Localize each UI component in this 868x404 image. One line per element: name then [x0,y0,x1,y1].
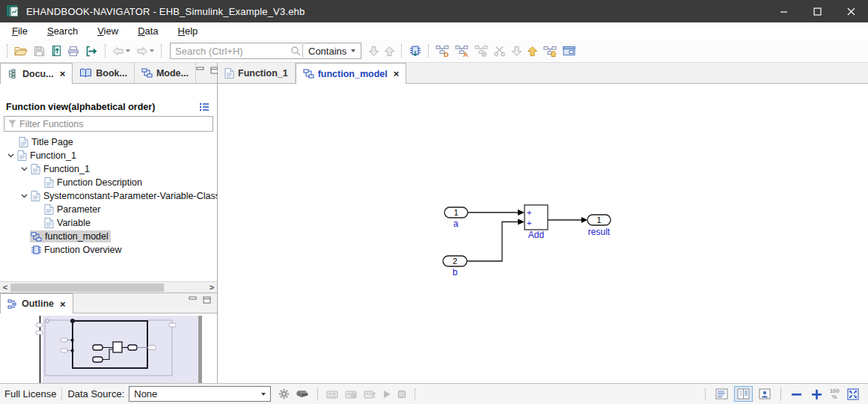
tab-documentation[interactable]: Docu... × [0,63,73,84]
svg-text:+: + [527,218,531,227]
stop-measurement-icon[interactable] [394,389,409,400]
license-status: Full License [4,388,56,400]
step-into-icon[interactable] [510,44,524,58]
tab-function-1[interactable]: Function_1 [218,63,296,83]
menu-search[interactable]: Search [42,24,83,38]
menu-view[interactable]: View [92,24,123,38]
menu-help[interactable]: Help [173,24,204,38]
split-view-icon[interactable] [734,386,753,402]
tab-function-model[interactable]: function_model × [296,63,407,84]
horizontal-scrollbar[interactable]: < > [0,281,217,293]
tree-item-function-description[interactable]: Function Description [0,176,217,189]
scroll-right-icon[interactable]: > [207,283,217,292]
tree-item-function-1-sub[interactable]: Function_1 [0,162,217,176]
previous-result-icon[interactable] [382,44,397,58]
window-title: EHANDBOOK-NAVIGATOR - EHB_Simulink_Examp… [26,6,305,17]
function-tree: Title Page Function_1 Function_1 Functio… [0,133,217,281]
chevron-down-icon[interactable] [18,194,30,198]
close-icon[interactable]: × [60,299,66,310]
handbook-icon[interactable] [49,43,64,58]
text-view-icon[interactable] [712,386,731,402]
close-icon[interactable]: × [394,68,400,79]
zoom-out-icon[interactable] [788,387,805,402]
zoom-reset-icon[interactable]: 100 % [827,388,843,400]
fit-to-screen-icon[interactable] [844,386,862,403]
svg-text:a: a [453,218,459,229]
search-input[interactable] [171,46,290,57]
back-history-caret[interactable] [126,49,130,52]
data-source-dropdown[interactable]: None [129,386,271,402]
cut-model-icon[interactable] [492,44,508,58]
toolbar-handle [7,44,7,58]
filter-box [4,116,213,132]
export-handbook-icon[interactable] [83,44,100,58]
add-block[interactable]: + + Add [525,205,548,240]
search-box: Contains [170,43,361,59]
menu-data[interactable]: Data [132,24,163,38]
back-icon[interactable] [110,45,132,58]
chevron-down-icon[interactable] [18,167,30,171]
start-measurement-icon[interactable] [379,389,394,400]
disconnect-device-icon[interactable] [342,388,361,400]
tree-item-function-model[interactable]: function_model [0,230,217,243]
outline-minimap[interactable] [0,313,217,383]
tab-bookmarks[interactable]: Book... [73,63,135,83]
open-file-icon[interactable] [12,44,30,58]
contact-view-icon[interactable] [756,386,774,402]
tab-outline[interactable]: Outline × [0,293,73,313]
next-result-icon[interactable] [367,44,381,58]
outline-vertical-scrollbar[interactable] [198,316,202,383]
model-canvas[interactable]: 1 a 2 b [218,84,868,383]
menu-file[interactable]: File [7,24,33,38]
maximize-panel-icon[interactable] [203,296,211,306]
inport-a-block[interactable]: 1 a [444,207,468,229]
close-icon[interactable] [834,0,868,22]
show-labels-icon[interactable]: A [453,43,471,58]
settings-gear-icon[interactable] [275,388,293,400]
measurement-device-icon[interactable] [323,388,342,400]
tree-item-parameter[interactable]: Parameter [0,203,217,216]
hide-elements-icon[interactable] [472,43,490,58]
zoom-in-icon[interactable] [808,387,825,402]
scrollbar-thumb[interactable] [10,284,164,292]
maximize-icon[interactable] [801,0,834,22]
device-config-icon[interactable] [361,388,379,400]
outline-icon [7,299,18,309]
open-preview-window-icon[interactable] [560,44,578,58]
save-icon[interactable] [31,44,47,58]
tree-item-systemconstant[interactable]: Systemconstant-Parameter-Variable-Classi… [0,189,217,203]
chip-icon [31,245,41,255]
outline-thumbnail[interactable] [0,313,217,383]
inport-b-block[interactable]: 2 b [443,256,467,278]
status-bar: Full License Data Source: None 100 % [0,383,868,404]
minimize-panel-icon[interactable] [189,296,197,306]
minimize-icon[interactable] [767,0,801,22]
tab-models[interactable]: Mode... [135,63,196,83]
view-menu-icon[interactable] [199,102,210,111]
outline-panel-tabs: Outline × [0,293,217,313]
tree-item-function-1[interactable]: Function_1 [0,149,217,162]
outport-result-block[interactable]: 1 result [587,215,611,237]
filter-input[interactable] [16,119,213,129]
minimize-panel-icon[interactable] [196,66,204,76]
tree-item-function-overview[interactable]: Function Overview [0,243,217,257]
forward-icon[interactable] [134,45,156,58]
toolbar: Contains D A [0,40,868,63]
left-panel-tabs: Docu... × Book... Mode... [0,63,217,84]
document-icon [17,150,27,161]
scroll-left-icon[interactable]: < [0,283,10,292]
simulink-diagram: 1 a 2 b [218,84,867,383]
search-mode-dropdown[interactable]: Contains [306,46,361,57]
show-descriptions-icon[interactable]: D [433,43,451,58]
tree-item-title-page[interactable]: Title Page [0,135,217,149]
step-up-icon[interactable] [525,44,540,58]
close-icon[interactable]: × [60,68,66,79]
editor-tabs: Function_1 function_model × [218,63,868,84]
go-to-model-icon[interactable] [406,43,424,58]
go-to-parent-model-icon[interactable] [541,43,559,58]
chevron-down-icon[interactable] [4,153,16,158]
tree-item-variable[interactable]: Variable [0,216,217,230]
forward-history-caret[interactable] [150,49,154,52]
print-icon[interactable] [65,44,82,58]
ecu-device-icon[interactable] [293,388,312,400]
